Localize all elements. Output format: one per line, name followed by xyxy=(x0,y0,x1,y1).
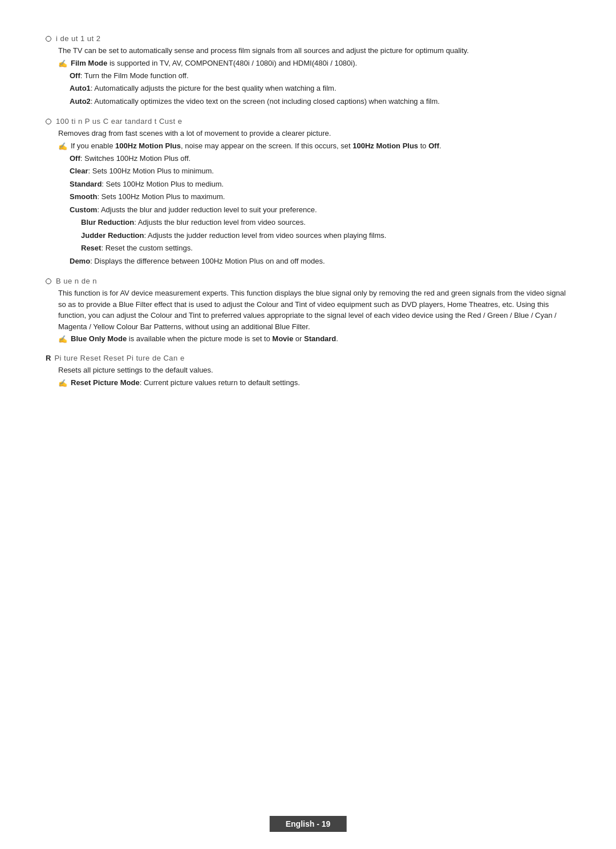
film-mode-header: i de ut 1 ut 2 xyxy=(46,34,570,43)
bullet-motion-plus xyxy=(46,119,51,124)
section-motion-plus: 100 ti n P us C ear tandard t Cust e Rem… xyxy=(46,117,570,266)
blue-only-body: This function is for AV device measureme… xyxy=(58,288,570,343)
bullet-blue-only xyxy=(46,278,51,284)
motion-plus-intro: Removes drag from fast scenes with a lot… xyxy=(58,128,570,139)
motion-plus-off: Off: Switches 100Hz Motion Plus off. xyxy=(70,153,570,164)
note-icon-film: ✍ xyxy=(58,59,67,68)
page-footer: English - 19 xyxy=(270,816,347,832)
blue-only-intro: This function is for AV device measureme… xyxy=(58,288,570,332)
film-mode-item-off: Off: Turn the Film Mode function off. xyxy=(70,70,570,82)
film-mode-items: Off: Turn the Film Mode function off. Au… xyxy=(70,70,570,107)
motion-plus-header: 100 ti n P us C ear tandard t Cust e xyxy=(46,117,570,126)
blue-only-note: ✍ Blue Only Mode is available when the p… xyxy=(58,334,570,343)
film-mode-title: i de ut 1 ut 2 xyxy=(56,34,101,43)
motion-plus-demo: Demo: Displays the difference between 10… xyxy=(70,256,570,267)
motion-plus-note: ✍ If you enable 100Hz Motion Plus, noise… xyxy=(58,142,570,151)
reset-picture-title: Pi ture Reset Reset Pi ture de Can e xyxy=(54,354,184,362)
film-mode-note: ✍ Film Mode is supported in TV, AV, COMP… xyxy=(58,59,570,68)
section-blue-only: B ue n de n This function is for AV devi… xyxy=(46,277,570,343)
motion-plus-sub-items: Blur Reduction: Adjusts the blur reducti… xyxy=(81,217,570,254)
film-mode-note-bold: Film Mode xyxy=(71,59,107,67)
motion-plus-clear: Clear: Sets 100Hz Motion Plus to minimum… xyxy=(70,165,570,177)
motion-plus-items: Off: Switches 100Hz Motion Plus off. Cle… xyxy=(70,153,570,267)
reset-picture-header: R Pi ture Reset Reset Pi ture de Can e xyxy=(46,354,570,362)
motion-plus-reset: Reset: Reset the custom settings. xyxy=(81,242,570,254)
motion-plus-title: 100 ti n P us C ear tandard t Cust e xyxy=(56,117,183,126)
reset-picture-intro: Resets all picture settings to the defau… xyxy=(58,365,570,376)
motion-plus-custom: Custom: Adjusts the blur and judder redu… xyxy=(70,204,570,216)
reset-r-label: R xyxy=(46,354,51,362)
motion-plus-blur: Blur Reduction: Adjusts the blur reducti… xyxy=(81,217,570,228)
note-icon-reset: ✍ xyxy=(58,379,67,387)
film-mode-item-auto2: Auto2: Automatically optimizes the video… xyxy=(70,96,570,107)
blue-only-title: B ue n de n xyxy=(56,277,97,285)
note-icon-motion: ✍ xyxy=(58,142,67,151)
blue-only-header: B ue n de n xyxy=(46,277,570,285)
bullet-film-mode xyxy=(46,36,51,42)
reset-picture-note-text: Reset Picture Mode: Current picture valu… xyxy=(71,378,300,387)
motion-plus-note-text: If you enable 100Hz Motion Plus, noise m… xyxy=(71,142,441,150)
blue-only-note-text: Blue Only Mode is available when the pic… xyxy=(71,334,338,343)
section-film-mode: i de ut 1 ut 2 The TV can be set to auto… xyxy=(46,34,570,107)
page-content: i de ut 1 ut 2 The TV can be set to auto… xyxy=(0,0,616,443)
reset-picture-note: ✍ Reset Picture Mode: Current picture va… xyxy=(58,378,570,387)
reset-picture-body: Resets all picture settings to the defau… xyxy=(58,365,570,387)
section-reset-picture: R Pi ture Reset Reset Pi ture de Can e R… xyxy=(46,354,570,387)
film-mode-note-text: Film Mode is supported in TV, AV, COMPON… xyxy=(71,59,357,67)
motion-plus-body: Removes drag from fast scenes with a lot… xyxy=(58,128,570,266)
film-mode-intro: The TV can be set to automatically sense… xyxy=(58,45,570,56)
motion-plus-standard: Standard: Sets 100Hz Motion Plus to medi… xyxy=(70,179,570,190)
motion-plus-judder: Judder Reduction: Adjusts the judder red… xyxy=(81,230,570,241)
motion-plus-smooth: Smooth: Sets 100Hz Motion Plus to maximu… xyxy=(70,191,570,203)
film-mode-body: The TV can be set to automatically sense… xyxy=(58,45,570,107)
note-icon-blue: ✍ xyxy=(58,335,67,343)
film-mode-item-auto1: Auto1: Automatically adjusts the picture… xyxy=(70,83,570,94)
